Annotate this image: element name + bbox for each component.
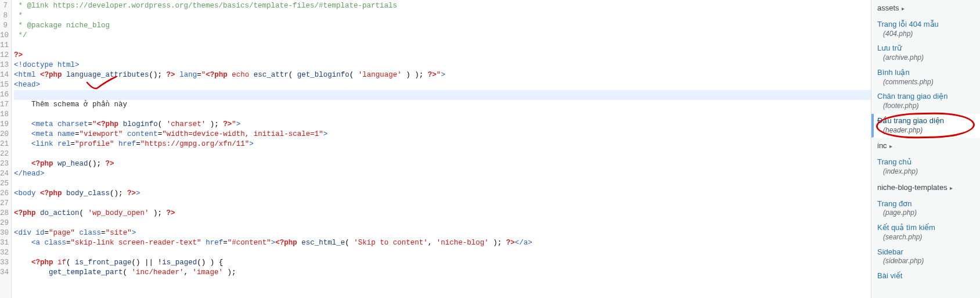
sidebar-item-label: Bài viết [877, 271, 902, 280]
code-line[interactable]: </head> [14, 169, 871, 179]
sidebar-item-label: Kết quả tìm kiếm [877, 223, 935, 232]
line-number: 34 [0, 268, 9, 278]
chevron-right-icon: ▸ [889, 142, 892, 150]
code-line[interactable]: <head> [14, 80, 871, 90]
sidebar-item-label: Lưu trữ [877, 44, 902, 52]
line-number: 19 [0, 120, 9, 130]
code-line[interactable] [14, 149, 871, 159]
code-line[interactable]: Thêm schema ở phần này [14, 100, 871, 110]
sidebar-item-label: assets [877, 3, 899, 12]
line-number: 18 [0, 110, 9, 120]
code-line[interactable]: * @link https://developer.wordpress.org/… [14, 1, 871, 11]
sidebar-item-label: inc [877, 141, 887, 150]
code-line[interactable]: <?php if( is_front_page() || !is_paged()… [14, 258, 871, 268]
line-number: 32 [0, 248, 9, 258]
line-number: 26 [0, 189, 9, 199]
code-line[interactable] [14, 179, 871, 189]
code-line[interactable]: <!doctype html> [14, 60, 871, 70]
sidebar-item-label: niche-blog-templates [877, 183, 947, 192]
sidebar-item-filename: (header.php) [877, 126, 974, 135]
line-number: 7 [0, 1, 9, 11]
line-number: 25 [0, 179, 9, 189]
line-number: 22 [0, 149, 9, 159]
line-number: 20 [0, 130, 9, 139]
sidebar-item-label: Sidebar [877, 247, 903, 256]
sidebar-file[interactable]: Kết quả tìm kiếm(search.php) [871, 221, 980, 245]
line-number: 8 [0, 11, 9, 21]
code-line[interactable]: <a class="skip-link screen-reader-text" … [14, 238, 871, 248]
line-number: 15 [0, 80, 9, 90]
sidebar-file[interactable]: Trang chủ(index.php) [871, 155, 980, 179]
sidebar-file[interactable]: Trang lỗi 404 mẫu(404.php) [871, 17, 980, 41]
sidebar-file[interactable]: Chân trang giao diện(footer.php) [871, 89, 980, 113]
sidebar-item-filename: (comments.php) [877, 78, 974, 87]
line-number: 27 [0, 199, 9, 209]
sidebar-item-filename: (index.php) [877, 167, 974, 177]
code-line[interactable] [14, 110, 871, 120]
line-number: 10 [0, 31, 9, 41]
line-number: 23 [0, 159, 9, 169]
sidebar-item-label: Chân trang giao diện [877, 92, 947, 100]
line-number: 13 [0, 60, 9, 70]
code-line[interactable] [14, 199, 871, 209]
sidebar-item-label: Bình luận [877, 68, 910, 77]
sidebar-item-label: Trang đơn [877, 199, 912, 208]
sidebar-item-label: Đầu trang giao diện [877, 116, 944, 125]
theme-files-sidebar[interactable]: assets▸Trang lỗi 404 mẫu(404.php)Lưu trữ… [871, 0, 980, 298]
line-number: 31 [0, 238, 9, 248]
code-line[interactable] [14, 41, 871, 51]
code-line[interactable] [14, 248, 871, 258]
line-number: 16 [0, 90, 9, 100]
line-number: 29 [0, 218, 9, 228]
code-line[interactable]: <?php wp_head(); ?> [14, 159, 871, 169]
sidebar-file[interactable]: Đầu trang giao diện(header.php) [871, 114, 980, 138]
line-number: 14 [0, 70, 9, 80]
code-editor[interactable]: 7891011121314151617181920212223242526272… [0, 0, 871, 298]
code-line[interactable]: <meta charset="<?php bloginfo( 'charset'… [14, 120, 871, 130]
line-number: 11 [0, 41, 9, 51]
code-line[interactable]: get_template_part( 'inc/header', 'image'… [14, 268, 871, 278]
sidebar-folder[interactable]: assets▸ [871, 0, 980, 17]
line-number: 24 [0, 169, 9, 179]
line-number: 17 [0, 100, 9, 110]
chevron-right-icon: ▸ [950, 184, 953, 192]
sidebar-folder[interactable]: inc▸ [871, 138, 980, 155]
code-line[interactable]: <meta name="viewport" content="width=dev… [14, 130, 871, 139]
code-line[interactable] [14, 90, 871, 100]
line-number-gutter: 7891011121314151617181920212223242526272… [0, 0, 12, 298]
code-line[interactable]: <?php do_action( 'wp_body_open' ); ?> [14, 209, 871, 218]
sidebar-item-label: Trang lỗi 404 mẫu [877, 20, 939, 28]
line-number: 33 [0, 258, 9, 268]
sidebar-item-filename: (404.php) [877, 30, 974, 39]
sidebar-item-label: Trang chủ [877, 157, 911, 166]
sidebar-file[interactable]: Sidebar(sidebar.php) [871, 245, 980, 269]
sidebar-file[interactable]: Bài viết [871, 269, 980, 284]
code-line[interactable]: * @package niche_blog [14, 21, 871, 31]
code-line[interactable]: */ [14, 31, 871, 41]
code-content[interactable]: * @link https://developer.wordpress.org/… [12, 0, 871, 298]
sidebar-file[interactable]: Bình luận(comments.php) [871, 66, 980, 89]
code-line[interactable]: <html <?php language_attributes(); ?> la… [14, 70, 871, 80]
line-number: 12 [0, 51, 9, 60]
code-line[interactable]: <link rel="profile" href="https://gmpg.o… [14, 139, 871, 149]
sidebar-folder[interactable]: niche-blog-templates▸ [871, 179, 980, 197]
line-number: 9 [0, 21, 9, 31]
sidebar-item-filename: (sidebar.php) [877, 257, 974, 266]
code-line[interactable] [14, 218, 871, 228]
sidebar-item-filename: (archive.php) [877, 53, 974, 63]
line-number: 28 [0, 209, 9, 218]
line-number: 21 [0, 139, 9, 149]
sidebar-file[interactable]: Lưu trữ(archive.php) [871, 41, 980, 65]
line-number: 30 [0, 228, 9, 238]
sidebar-item-filename: (footer.php) [877, 102, 974, 111]
sidebar-item-filename: (search.php) [877, 233, 974, 242]
chevron-right-icon: ▸ [902, 5, 905, 12]
code-line[interactable]: * [14, 11, 871, 21]
sidebar-file[interactable]: Trang đơn(page.php) [871, 197, 980, 221]
code-line[interactable]: <div id="page" class="site"> [14, 228, 871, 238]
sidebar-item-filename: (page.php) [877, 209, 974, 218]
code-line[interactable]: <body <?php body_class(); ?>> [14, 189, 871, 199]
code-line[interactable]: ?> [14, 51, 871, 60]
